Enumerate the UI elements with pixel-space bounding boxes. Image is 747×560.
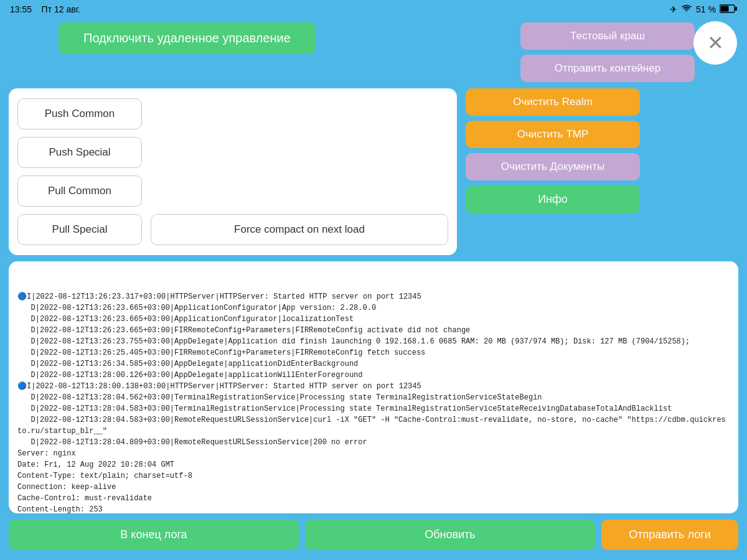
push-common-button[interactable]: Push Common <box>17 98 142 129</box>
status-date: Пт 12 авг. <box>42 4 80 14</box>
go-to-end-button[interactable]: В конец лога <box>9 520 299 550</box>
right-panel-top: Тестовый краш Отправить контейнер <box>520 22 695 82</box>
pull-special-button[interactable]: Pull Special <box>17 214 142 245</box>
status-bar: 13:55 Пт 12 авг. ✈ 51 % <box>0 0 747 19</box>
pull-common-button[interactable]: Pull Common <box>17 175 142 207</box>
battery-label: 51 % <box>696 4 716 14</box>
right-panel-middle: Очистить Realm Очистить ТМР Очистить Док… <box>466 88 640 255</box>
close-button[interactable]: ✕ <box>693 21 737 65</box>
airplane-icon: ✈ <box>670 4 677 14</box>
clear-realm-button[interactable]: Очистить Realm <box>466 88 640 116</box>
svg-rect-1 <box>721 6 729 11</box>
send-logs-button[interactable]: Отправить логи <box>601 520 738 550</box>
force-compact-button[interactable]: Force compact on next load <box>151 214 448 245</box>
log-content: 🔵I|2022-08-12T13:26:23.317+03:00|HTTPSer… <box>17 291 730 513</box>
refresh-button[interactable]: Обновить <box>305 520 595 550</box>
top-row: Подключить удаленное управление Тестовый… <box>9 19 738 82</box>
main-area: Подключить удаленное управление Тестовый… <box>0 19 747 560</box>
wifi-icon <box>681 4 692 15</box>
status-time: 13:55 <box>10 4 32 14</box>
bottom-actions-row: Pull Special Force compact on next load <box>17 214 448 245</box>
bottom-bar: В конец лога Обновить Отправить логи <box>9 513 738 554</box>
svg-rect-2 <box>735 7 737 11</box>
connect-button[interactable]: Подключить удаленное управление <box>59 22 316 54</box>
push-special-button[interactable]: Push Special <box>17 137 142 168</box>
clear-tmp-button[interactable]: Очистить ТМР <box>466 121 640 148</box>
status-time-date: 13:55 Пт 12 авг. <box>10 4 80 14</box>
info-button[interactable]: Инфо <box>466 185 640 213</box>
action-panel: Push Common Push Special Pull Common Pul… <box>9 88 457 255</box>
battery-icon <box>720 4 737 15</box>
clear-documents-button[interactable]: Очистить Документы <box>466 153 640 180</box>
test-crash-button[interactable]: Тестовый краш <box>520 22 695 50</box>
log-area: 🔵I|2022-08-12T13:26:23.317+03:00|HTTPSer… <box>9 261 738 513</box>
middle-row: Push Common Push Special Pull Common Pul… <box>9 88 738 255</box>
status-icons: ✈ 51 % <box>670 4 737 15</box>
send-container-button[interactable]: Отправить контейнер <box>520 55 695 82</box>
